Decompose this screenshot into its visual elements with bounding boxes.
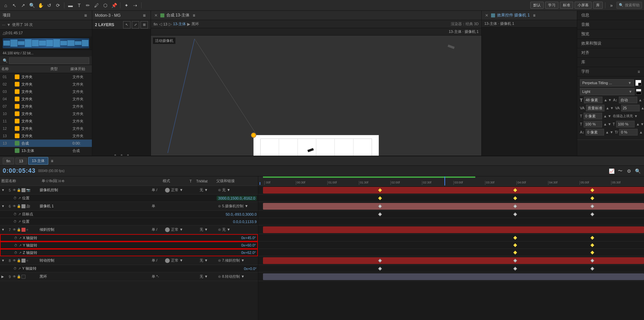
sub-row-yrot-8[interactable]: ⏱ ↗ Y 轴旋转 0x+0.0° xyxy=(0,265,258,272)
lock-icon-8[interactable]: 🔒 xyxy=(17,259,21,262)
kf-7x2[interactable] xyxy=(590,236,594,239)
layer-7-expand[interactable]: ▼ xyxy=(1,228,7,231)
white-swatch[interactable] xyxy=(636,89,641,92)
list-item[interactable]: 02 文件夹 文件夹 xyxy=(0,81,92,88)
size-up-arrow[interactable]: ▲ xyxy=(604,98,607,102)
keyframe-6t-1[interactable] xyxy=(378,212,382,216)
t-up[interactable]: ▲ xyxy=(639,130,643,134)
sub-row-pos-6[interactable]: ⏱ ↗ 位置 0.0,0.0,1133.9 xyxy=(0,218,258,225)
keyframe-6t-3[interactable] xyxy=(590,212,594,216)
work-area-bar[interactable] xyxy=(263,176,475,178)
vis-icon[interactable]: 👁 xyxy=(13,188,16,192)
list-item[interactable]: 11 文件夹 文件夹 xyxy=(0,117,92,125)
stopwatch-target[interactable]: ⏱ xyxy=(13,212,17,216)
layer-row[interactable]: ▶ 9 👁 🔒 黑环 单 *- 无 ▼ ⊙ 8.转动控制 ▼ xyxy=(0,272,258,281)
tracking-input[interactable] xyxy=(621,105,640,111)
b-up[interactable]: ▲ xyxy=(605,130,609,134)
yrot-value[interactable]: 0x+60.0° xyxy=(241,243,256,247)
home-icon[interactable]: ⌂ xyxy=(2,2,9,9)
timecode-display[interactable]: 0:00:05:43 xyxy=(3,167,36,174)
kern-input[interactable] xyxy=(584,113,602,119)
sub-row-yrot[interactable]: ⏱ ↗ Y 轴旋转 0x+60.0° xyxy=(0,242,258,249)
stopwatch-pos6[interactable]: ⏱ xyxy=(13,220,17,223)
nav-fin[interactable]: fin xyxy=(154,22,158,26)
list-item[interactable]: 12 文件夹 文件夹 xyxy=(0,125,92,132)
pen-icon[interactable]: ✏ xyxy=(84,2,92,9)
camera-icon[interactable]: ⟳ xyxy=(54,2,62,9)
learn-btn[interactable]: 学习 xyxy=(545,2,558,9)
search-timeline-icon[interactable]: 🔍 xyxy=(634,167,641,175)
lock-icon-6[interactable]: 🔒 xyxy=(17,204,21,208)
layer-8-expand[interactable]: ▼ xyxy=(1,259,7,262)
kf-8y-3[interactable] xyxy=(590,267,594,270)
vis-icon-6[interactable]: 👁 xyxy=(13,204,16,208)
auto-up-arrow[interactable]: ▲ xyxy=(639,98,642,102)
motion-menu-icon[interactable]: ≡ xyxy=(141,12,148,19)
zrot-value[interactable]: 0x+62.0° xyxy=(241,251,256,255)
list-item[interactable]: 01 文件夹 文件夹 xyxy=(0,73,92,81)
tab-effects[interactable]: 效果和预设 xyxy=(577,39,644,48)
lock-icon-7[interactable]: 🔒 xyxy=(17,228,21,231)
font-name-display[interactable]: Perpetua Titling ... ▼ xyxy=(580,79,634,87)
tab-audio[interactable]: 音频 xyxy=(577,20,644,30)
keyframe-5p-1[interactable] xyxy=(378,196,382,200)
target-value[interactable]: 50.0,-893.0,3000.0 xyxy=(226,212,257,216)
auto-down-arrow[interactable]: ▼ xyxy=(643,98,644,102)
select-layers-icon[interactable]: ↖ xyxy=(123,21,130,29)
camera-close-btn[interactable]: ✕ xyxy=(484,13,489,18)
char-menu-icon[interactable]: ≡ xyxy=(638,69,640,74)
layer-6-expand[interactable]: ▼ xyxy=(1,204,7,208)
b-down[interactable]: ▼ xyxy=(610,130,613,134)
keyframe-6t-2[interactable] xyxy=(513,212,517,216)
list-item[interactable]: 04 文件夹 文件夹 xyxy=(0,95,92,103)
library-btn[interactable]: 库 xyxy=(593,2,603,9)
vis-icon-7[interactable]: 👁 xyxy=(13,228,16,231)
tab-preview[interactable]: 预览 xyxy=(577,30,644,39)
nav-active[interactable]: 13-主体 xyxy=(173,21,186,26)
q-up-arrow[interactable]: ▲ xyxy=(606,106,609,110)
lock-icon-9[interactable]: 🔒 xyxy=(17,275,21,278)
list-item[interactable]: 13 文件夹 文件夹 xyxy=(0,132,92,140)
auto-input[interactable] xyxy=(619,97,637,103)
timeline-tab-menu[interactable]: ≡ xyxy=(51,159,53,163)
layer-9-expand[interactable]: ▶ xyxy=(1,275,7,278)
kf-8y-2[interactable] xyxy=(513,267,517,270)
vis-icon-8[interactable]: 👁 xyxy=(13,259,16,262)
expand-icon[interactable]: ⊞ xyxy=(141,21,148,29)
kf-7x[interactable] xyxy=(513,236,517,239)
layer-row[interactable]: ▼ 6 👁 🔒 🎥 摄像机 1 单 ⊙ 5.摄像机控制 ▼ xyxy=(0,202,258,211)
rotate-icon[interactable]: ↺ xyxy=(46,2,53,9)
tab-fin[interactable]: fin xyxy=(3,158,14,164)
select2-icon[interactable]: ↗ xyxy=(19,2,27,9)
kf-7y2[interactable] xyxy=(590,243,594,247)
list-item[interactable]: 13 合成 0:00: xyxy=(0,140,92,147)
extend-icon[interactable]: » xyxy=(608,2,615,9)
kf-7y[interactable] xyxy=(513,243,517,247)
tilt-input[interactable] xyxy=(619,129,638,136)
text-icon[interactable]: T xyxy=(75,2,83,9)
kf-8y-1[interactable] xyxy=(378,267,382,270)
layer-row[interactable]: ▼ 7 👁 🔒 ○ 倾斜控制 单 / 正常 ▼ 无 ▼ ⊙ 无 ▼ xyxy=(0,225,258,234)
color-swatch-white[interactable] xyxy=(635,80,641,86)
tab-align[interactable]: 对齐 xyxy=(577,48,644,58)
kf-7z[interactable] xyxy=(513,251,517,254)
yrot8-value[interactable]: 0x+0.0° xyxy=(244,267,257,271)
kf-7z2[interactable] xyxy=(590,251,594,254)
vis-icon-9[interactable]: 👁 xyxy=(13,275,16,278)
stopwatch-yrot[interactable]: ⏱ xyxy=(14,244,17,247)
position-value[interactable]: 3000.0,1500.0,-8162.0 xyxy=(217,196,257,201)
list-item[interactable]: 10 文件夹 文件夹 xyxy=(0,110,92,117)
motion-icon[interactable]: ⇢ xyxy=(131,2,139,9)
project-menu-icon[interactable]: ≡ xyxy=(82,12,89,19)
shape-icon[interactable]: ⬡ xyxy=(102,2,109,9)
sub-row-zrot[interactable]: ⏱ ↗ Z 轴旋转 0x+62.0° xyxy=(0,249,258,256)
comp-menu-icon[interactable]: ≡ xyxy=(193,13,195,18)
stroke-dropdown[interactable]: ▼ xyxy=(634,114,638,118)
k-up-arrow[interactable]: ▲ xyxy=(603,114,607,118)
list-item[interactable]: 03 文件夹 文件夹 xyxy=(0,88,92,95)
project-search-input[interactable] xyxy=(9,57,89,64)
track-bar-9[interactable] xyxy=(263,273,644,280)
stopwatch-yrot8[interactable]: ⏱ xyxy=(13,267,17,270)
keyframe-5p-3[interactable] xyxy=(590,196,594,200)
search-icon[interactable]: 🔍 xyxy=(28,2,36,9)
